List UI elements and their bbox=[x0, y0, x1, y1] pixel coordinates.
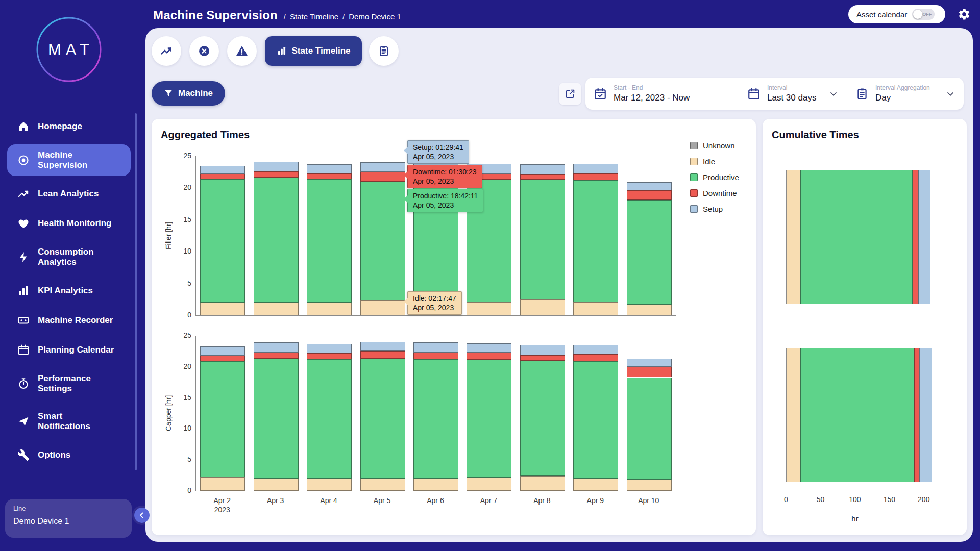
bar-productive-segment[interactable] bbox=[627, 378, 672, 480]
aggregation-select[interactable]: Interval Aggregation Day bbox=[847, 78, 964, 110]
bar-setup-segment[interactable] bbox=[520, 345, 565, 355]
bar-downtime-segment[interactable] bbox=[627, 367, 672, 378]
legend-item-unknown[interactable]: Unknown bbox=[690, 141, 739, 150]
bar-idle-segment[interactable] bbox=[787, 170, 800, 304]
bar-setup-segment[interactable] bbox=[254, 342, 299, 352]
bar-productive-segment[interactable] bbox=[360, 182, 405, 300]
tab-trend[interactable] bbox=[152, 36, 181, 66]
bar-idle-segment[interactable] bbox=[200, 477, 245, 491]
sidebar-item-machine-supervision[interactable]: Machine Supervision bbox=[7, 144, 131, 176]
bar-setup-segment[interactable] bbox=[307, 344, 352, 353]
bar-downtime-segment[interactable] bbox=[360, 172, 405, 182]
bar-downtime-segment[interactable] bbox=[913, 170, 918, 304]
bar-downtime-segment[interactable] bbox=[413, 353, 458, 359]
bar-downtime-segment[interactable] bbox=[520, 174, 565, 180]
bar-productive-segment[interactable] bbox=[800, 348, 914, 482]
bar-setup-segment[interactable] bbox=[200, 346, 245, 356]
legend-item-downtime[interactable]: Downtime bbox=[690, 189, 739, 197]
bar-productive-segment[interactable] bbox=[254, 359, 299, 479]
bar-idle-segment[interactable] bbox=[200, 303, 245, 315]
bar-idle-segment[interactable] bbox=[467, 302, 511, 315]
bar-idle-segment[interactable] bbox=[787, 348, 800, 482]
bar-idle-segment[interactable] bbox=[254, 479, 299, 491]
bar-idle-segment[interactable] bbox=[360, 479, 405, 491]
tab-reports[interactable] bbox=[369, 36, 399, 66]
bar-productive-segment[interactable] bbox=[467, 360, 511, 478]
bar-downtime-segment[interactable] bbox=[467, 353, 511, 360]
export-button[interactable] bbox=[559, 83, 581, 105]
bar-setup-segment[interactable] bbox=[918, 170, 930, 304]
legend-item-idle[interactable]: Idle bbox=[690, 157, 739, 166]
bar-downtime-segment[interactable] bbox=[307, 173, 352, 179]
breadcrumb-item[interactable]: Demo Device 1 bbox=[349, 12, 401, 21]
tab-stop-causes[interactable] bbox=[189, 36, 219, 66]
bar-setup-segment[interactable] bbox=[360, 342, 405, 351]
bar-setup-segment[interactable] bbox=[919, 348, 932, 482]
bar-idle-segment[interactable] bbox=[627, 480, 672, 491]
bar-productive-segment[interactable] bbox=[520, 180, 565, 299]
sidebar-scrollbar[interactable] bbox=[135, 113, 137, 470]
bar-setup-segment[interactable] bbox=[627, 182, 672, 190]
bar-downtime-segment[interactable] bbox=[307, 353, 352, 359]
bar-idle-segment[interactable] bbox=[307, 479, 352, 491]
bar-downtime-segment[interactable] bbox=[627, 190, 672, 200]
sidebar-item-machine-recorder[interactable]: Machine Recorder bbox=[7, 309, 131, 332]
bar-idle-segment[interactable] bbox=[360, 300, 405, 315]
bar-idle-segment[interactable] bbox=[573, 479, 618, 491]
bar-downtime-segment[interactable] bbox=[254, 171, 299, 178]
sidebar-item-options[interactable]: Options bbox=[7, 443, 131, 467]
bar-idle-segment[interactable] bbox=[307, 303, 352, 315]
bar-productive-segment[interactable] bbox=[573, 180, 618, 302]
tab-state-timeline[interactable]: State Timeline bbox=[265, 36, 362, 66]
sidebar-item-smart-notifications[interactable]: Smart Notifications bbox=[7, 406, 131, 437]
interval-select[interactable]: Interval Last 30 days bbox=[739, 78, 847, 110]
bar-setup-segment[interactable] bbox=[307, 164, 352, 173]
bar-downtime-segment[interactable] bbox=[573, 173, 618, 181]
bar-productive-segment[interactable] bbox=[413, 359, 458, 478]
bar-idle-segment[interactable] bbox=[413, 479, 458, 491]
asset-calendar-toggle[interactable]: OFF bbox=[912, 9, 935, 20]
legend-item-setup[interactable]: Setup bbox=[690, 205, 739, 213]
bar-productive-segment[interactable] bbox=[360, 359, 405, 479]
bar-idle-segment[interactable] bbox=[254, 303, 299, 315]
bar-productive-segment[interactable] bbox=[307, 179, 352, 303]
sidebar-item-homepage[interactable]: Homepage bbox=[7, 115, 131, 138]
bar-setup-segment[interactable] bbox=[627, 359, 672, 367]
bar-idle-segment[interactable] bbox=[520, 476, 565, 491]
bar-productive-segment[interactable] bbox=[254, 178, 299, 303]
machine-filter-button[interactable]: Machine bbox=[152, 81, 225, 106]
date-range-picker[interactable]: Start - End Mar 12, 2023 - Now bbox=[585, 78, 739, 110]
sidebar-item-health-monitoring[interactable]: Health Monitoring bbox=[7, 212, 131, 235]
bar-downtime-segment[interactable] bbox=[573, 354, 618, 361]
bar-downtime-segment[interactable] bbox=[520, 355, 565, 361]
device-selector[interactable]: Line Demo Device 1 bbox=[5, 499, 132, 538]
settings-gear-button[interactable] bbox=[958, 8, 971, 21]
bar-setup-segment[interactable] bbox=[360, 162, 405, 172]
bar-setup-segment[interactable] bbox=[573, 345, 618, 354]
bar-idle-segment[interactable] bbox=[627, 305, 672, 315]
bar-downtime-segment[interactable] bbox=[914, 348, 920, 482]
bar-productive-segment[interactable] bbox=[800, 170, 913, 304]
bar-setup-segment[interactable] bbox=[520, 164, 565, 174]
bar-idle-segment[interactable] bbox=[573, 302, 618, 315]
sidebar-item-performance-settings[interactable]: Performance Settings bbox=[7, 368, 131, 399]
bar-productive-segment[interactable] bbox=[573, 361, 618, 479]
sidebar-item-planning-calendar[interactable]: Planning Calendar bbox=[7, 338, 131, 362]
bar-productive-segment[interactable] bbox=[200, 361, 245, 477]
bar-setup-segment[interactable] bbox=[413, 342, 458, 352]
bar-downtime-segment[interactable] bbox=[200, 356, 245, 361]
bar-idle-segment[interactable] bbox=[467, 478, 511, 491]
bar-idle-segment[interactable] bbox=[520, 299, 565, 315]
bar-downtime-segment[interactable] bbox=[254, 353, 299, 359]
asset-calendar-control[interactable]: Asset calendar OFF bbox=[848, 5, 945, 23]
bar-setup-segment[interactable] bbox=[200, 166, 245, 174]
sidebar-collapse-button[interactable] bbox=[134, 508, 150, 523]
bar-productive-segment[interactable] bbox=[200, 179, 245, 303]
breadcrumb-item[interactable]: State Timeline bbox=[290, 12, 338, 21]
sidebar-item-kpi-analytics[interactable]: KPI Analytics bbox=[7, 279, 131, 303]
legend-item-productive[interactable]: Productive bbox=[690, 173, 739, 182]
tab-alarms[interactable] bbox=[227, 36, 257, 66]
bar-downtime-segment[interactable] bbox=[200, 174, 245, 179]
bar-downtime-segment[interactable] bbox=[360, 351, 405, 359]
sidebar-item-lean-analytics[interactable]: Lean Analytics bbox=[7, 182, 131, 206]
